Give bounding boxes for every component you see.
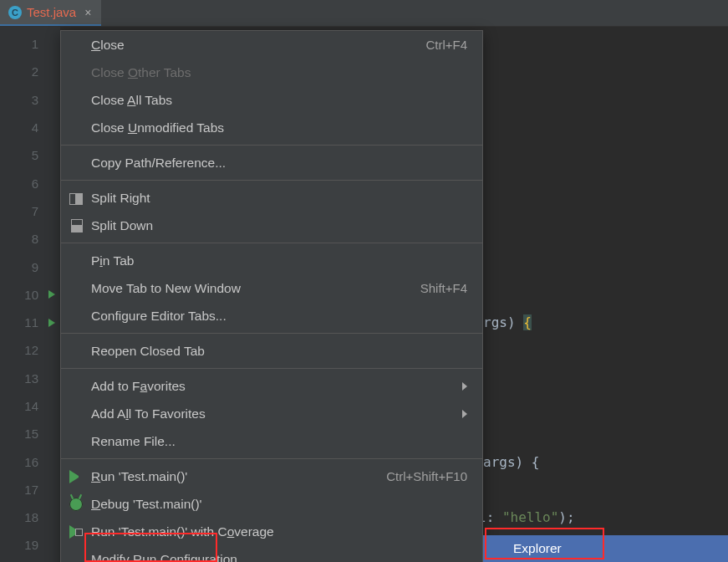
tab-context-menu: CloseCtrl+F4 Close Other Tabs Close All … (60, 30, 483, 562)
menu-separator (61, 243, 482, 243)
line-number: 15 (0, 420, 60, 447)
line-number: 10 (0, 281, 60, 309)
line-number: 18 (0, 503, 60, 531)
menu-debug[interactable]: Debug 'Test.main()' (61, 490, 482, 518)
line-number: 13 (0, 365, 60, 392)
line-number: 6 (0, 169, 60, 197)
menu-close[interactable]: CloseCtrl+F4 (61, 31, 482, 59)
line-number: 12 (0, 336, 60, 364)
line-number: 5 (0, 141, 60, 169)
run-gutter-icon[interactable] (48, 319, 55, 327)
menu-reopen-closed[interactable]: Reopen Closed Tab (61, 337, 482, 365)
gutter: 1 2 3 4 5 6 7 8 9 10 11 12 13 14 15 16 1… (0, 27, 60, 562)
menu-separator (61, 180, 482, 181)
close-tab-icon[interactable]: × (84, 6, 91, 19)
shortcut-label: Ctrl+Shift+F10 (386, 469, 467, 483)
line-number: 2 (0, 58, 60, 85)
menu-close-all[interactable]: Close All Tabs (61, 86, 482, 114)
tab-bar: C Test.java × (0, 0, 728, 27)
line-number: 8 (0, 225, 60, 253)
menu-close-other: Close Other Tabs (61, 59, 482, 86)
chevron-right-icon (462, 382, 467, 391)
annotation-box (84, 533, 217, 562)
menu-separator (61, 458, 482, 459)
line-number: 11 (0, 309, 60, 336)
tab-filename: Test.java (27, 5, 76, 19)
menu-separator (61, 145, 482, 146)
code-text: "hello" (502, 509, 558, 525)
run-gutter-icon[interactable] (48, 290, 55, 299)
menu-pin-tab[interactable]: Pin Tab (61, 247, 482, 274)
line-number: 19 (0, 531, 60, 559)
editor-tab[interactable]: C Test.java × (0, 0, 101, 26)
menu-copy-path[interactable]: Copy Path/Reference... (61, 149, 482, 176)
menu-rename-file[interactable]: Rename File... (61, 427, 482, 455)
menu-configure-tabs[interactable]: Configure Editor Tabs... (61, 302, 482, 330)
menu-close-unmodified[interactable]: Close Unmodified Tabs (61, 114, 482, 141)
java-class-icon: C (8, 6, 22, 19)
menu-add-favorites[interactable]: Add to Favorites (61, 372, 482, 400)
run-icon (69, 470, 83, 483)
shortcut-label: Ctrl+F4 (425, 38, 467, 52)
shortcut-label: Shift+F4 (420, 281, 467, 295)
line-number: 4 (0, 114, 60, 141)
chevron-right-icon (462, 410, 467, 418)
line-number: 3 (0, 86, 60, 114)
menu-split-down[interactable]: Split Down (61, 212, 482, 239)
annotation-box (485, 528, 604, 559)
line-number: 7 (0, 197, 60, 225)
menu-split-right[interactable]: Split Right (61, 184, 482, 212)
debug-icon (69, 498, 83, 511)
menu-add-all-favorites[interactable]: Add All To Favorites (61, 400, 482, 427)
code-text: ); (558, 509, 574, 525)
split-right-icon (69, 192, 83, 205)
code-text: { (523, 314, 532, 330)
line-number: 14 (0, 392, 60, 420)
split-down-icon (69, 219, 83, 232)
menu-separator (61, 368, 482, 369)
menu-run[interactable]: Run 'Test.main()'Ctrl+Shift+F10 (61, 462, 482, 490)
menu-separator (61, 333, 482, 334)
line-number: 9 (0, 253, 60, 280)
line-number: 17 (0, 476, 60, 503)
line-number: 1 (0, 30, 60, 58)
coverage-icon (69, 525, 83, 539)
menu-move-new-window[interactable]: Move Tab to New WindowShift+F4 (61, 274, 482, 302)
line-number: 16 (0, 447, 60, 475)
